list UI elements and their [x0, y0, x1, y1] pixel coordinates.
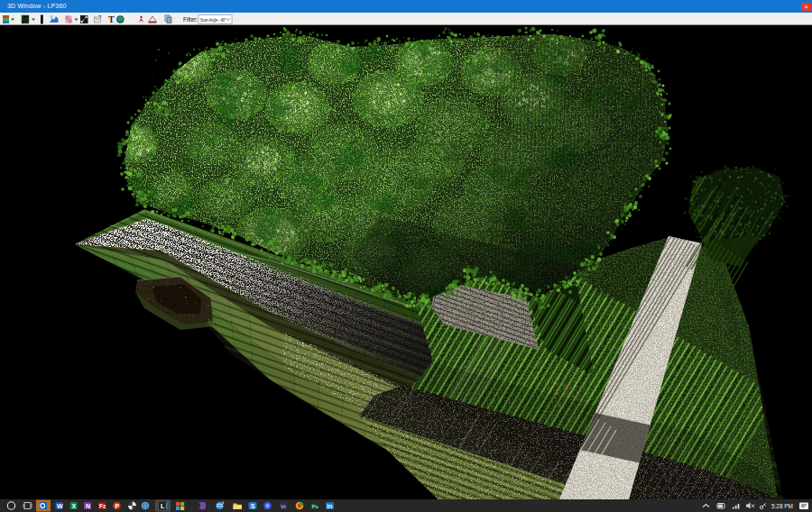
- svg-text:Vi: Vi: [281, 504, 286, 509]
- svg-text:S: S: [251, 503, 255, 509]
- svg-text:in: in: [327, 503, 332, 509]
- svg-text:Scan Angle - 40°: Scan Angle - 40°: [200, 17, 226, 23]
- svg-text:Ps: Ps: [312, 504, 319, 509]
- svg-text:T: T: [108, 14, 115, 24]
- svg-text:P: P: [115, 503, 120, 509]
- svg-text:X: X: [72, 503, 77, 509]
- svg-text:5:28 PM: 5:28 PM: [771, 503, 793, 509]
- svg-text:L: L: [161, 502, 165, 510]
- svg-text:Filter:: Filter:: [183, 16, 198, 23]
- svg-text:W: W: [57, 503, 63, 509]
- svg-text:Fz: Fz: [99, 503, 106, 509]
- svg-text:N: N: [86, 503, 90, 509]
